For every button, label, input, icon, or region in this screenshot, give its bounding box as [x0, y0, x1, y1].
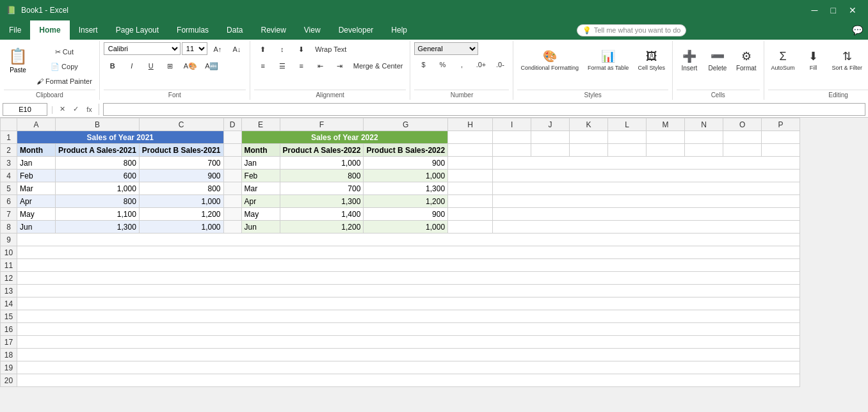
italic-button[interactable]: I — [123, 59, 141, 73]
cell-J2[interactable] — [531, 144, 570, 157]
cell-D7[interactable] — [223, 208, 241, 221]
cell-G3[interactable]: 900 — [364, 157, 448, 170]
cell-C2[interactable]: Product B Sales-2021 — [139, 144, 223, 157]
cell-I5[interactable] — [493, 182, 800, 195]
format-button[interactable]: ⚙ Format — [733, 42, 760, 78]
cell-A4[interactable]: Feb — [17, 170, 56, 182]
cell-E3[interactable]: Jan — [241, 157, 280, 170]
cell-16[interactable] — [17, 323, 800, 336]
cell-H6[interactable] — [448, 195, 493, 208]
col-header-J[interactable]: J — [531, 118, 570, 131]
cell-C4[interactable]: 900 — [139, 170, 223, 182]
col-header-L[interactable]: L — [608, 118, 647, 131]
tab-developer[interactable]: Developer — [330, 20, 383, 40]
format-as-table-button[interactable]: 📊 Format as Table — [584, 42, 632, 78]
cell-E8[interactable]: Jun — [241, 221, 280, 234]
comment-btn[interactable]: 💬 — [847, 20, 868, 40]
tab-file[interactable]: File — [0, 20, 30, 40]
cell-I6[interactable] — [493, 195, 800, 208]
cell-F8[interactable]: 1,200 — [280, 221, 364, 234]
row-header-19[interactable]: 19 — [1, 361, 17, 374]
row-header-2[interactable]: 2 — [1, 144, 17, 157]
tab-page-layout[interactable]: Page Layout — [107, 20, 168, 40]
cell-G2[interactable]: Product B Sales-2022 — [364, 144, 448, 157]
underline-button[interactable]: U — [142, 59, 160, 73]
tab-view[interactable]: View — [295, 20, 330, 40]
cell-C8[interactable]: 1,000 — [139, 221, 223, 234]
row-header-3[interactable]: 3 — [1, 157, 17, 170]
cell-A6[interactable]: Apr — [17, 195, 56, 208]
row-header-5[interactable]: 5 — [1, 182, 17, 195]
cell-12[interactable] — [17, 272, 800, 285]
cell-G4[interactable]: 1,000 — [364, 170, 448, 182]
cell-19[interactable] — [17, 361, 800, 374]
spreadsheet[interactable]: A B C D E F G H I J K L M N O P — [0, 118, 868, 412]
cell-A5[interactable]: Mar — [17, 182, 56, 195]
col-header-D[interactable]: D — [223, 118, 241, 131]
cell-B6[interactable]: 800 — [56, 195, 140, 208]
format-painter-button[interactable]: 🖌 Format Painter — [33, 74, 95, 88]
cell-O1[interactable] — [723, 131, 762, 144]
cell-F7[interactable]: 1,400 — [280, 208, 364, 221]
cell-D2[interactable] — [223, 144, 241, 157]
cell-I4[interactable] — [493, 170, 800, 182]
col-header-C[interactable]: C — [139, 118, 223, 131]
indent-increase-btn[interactable]: ⇥ — [331, 59, 349, 73]
cell-10[interactable] — [17, 246, 800, 259]
cell-B4[interactable]: 600 — [56, 170, 140, 182]
cell-I2[interactable] — [493, 144, 531, 157]
cell-B3[interactable]: 800 — [56, 157, 140, 170]
increase-decimal-btn[interactable]: .0+ — [472, 58, 490, 72]
cell-15[interactable] — [17, 310, 800, 323]
col-header-K[interactable]: K — [570, 118, 608, 131]
row-header-11[interactable]: 11 — [1, 259, 17, 272]
cell-A7[interactable]: May — [17, 208, 56, 221]
cell-I3[interactable] — [493, 157, 800, 170]
cell-I7[interactable] — [493, 208, 800, 221]
row-header-14[interactable]: 14 — [1, 297, 17, 310]
cell-B2[interactable]: Product A Sales-2021 — [56, 144, 140, 157]
align-right-btn[interactable]: ≡ — [293, 59, 310, 73]
merge-center-btn[interactable]: Merge & Center — [350, 59, 406, 73]
col-header-H[interactable]: H — [448, 118, 493, 131]
align-top-btn[interactable]: ⬆ — [254, 42, 272, 56]
minimize-btn[interactable]: ─ — [807, 3, 823, 18]
cell-C6[interactable]: 1,000 — [139, 195, 223, 208]
cell-C5[interactable]: 800 — [139, 182, 223, 195]
col-header-B[interactable]: B — [56, 118, 140, 131]
formula-input[interactable] — [103, 103, 865, 116]
cell-H7[interactable] — [448, 208, 493, 221]
col-header-F[interactable]: F — [280, 118, 364, 131]
row-header-13[interactable]: 13 — [1, 285, 17, 297]
row-header-12[interactable]: 12 — [1, 272, 17, 285]
sort-filter-button[interactable]: ⇅ Sort & Filter — [829, 42, 866, 78]
cell-13[interactable] — [17, 285, 800, 297]
cell-H8[interactable] — [448, 221, 493, 234]
col-header-O[interactable]: O — [723, 118, 762, 131]
percent-btn[interactable]: % — [433, 58, 451, 72]
cell-L2[interactable] — [608, 144, 647, 157]
copy-button[interactable]: 📄 Copy — [33, 59, 95, 74]
font-color-button[interactable]: A🔤 — [202, 59, 221, 73]
tab-formulas[interactable]: Formulas — [168, 20, 218, 40]
cell-F4[interactable]: 800 — [280, 170, 364, 182]
insert-button[interactable]: ➕ Insert — [677, 42, 702, 78]
cell-E5[interactable]: Mar — [241, 182, 280, 195]
autosum-button[interactable]: Σ AutoSum — [768, 42, 798, 78]
tab-data[interactable]: Data — [218, 20, 252, 40]
cell-D5[interactable] — [223, 182, 241, 195]
comma-btn[interactable]: , — [453, 58, 470, 72]
cell-B8[interactable]: 1,300 — [56, 221, 140, 234]
font-name-select[interactable]: Calibri — [104, 42, 181, 55]
cell-I1[interactable] — [493, 131, 531, 144]
align-bottom-btn[interactable]: ⬇ — [293, 42, 310, 56]
col-header-I[interactable]: I — [493, 118, 531, 131]
cell-D4[interactable] — [223, 170, 241, 182]
row-header-20[interactable]: 20 — [1, 374, 17, 387]
col-header-N[interactable]: N — [685, 118, 723, 131]
row-header-8[interactable]: 8 — [1, 221, 17, 234]
tab-insert[interactable]: Insert — [70, 20, 107, 40]
cancel-formula-btn[interactable]: ✕ — [57, 105, 68, 113]
tab-help[interactable]: Help — [382, 20, 416, 40]
cell-N2[interactable] — [685, 144, 723, 157]
